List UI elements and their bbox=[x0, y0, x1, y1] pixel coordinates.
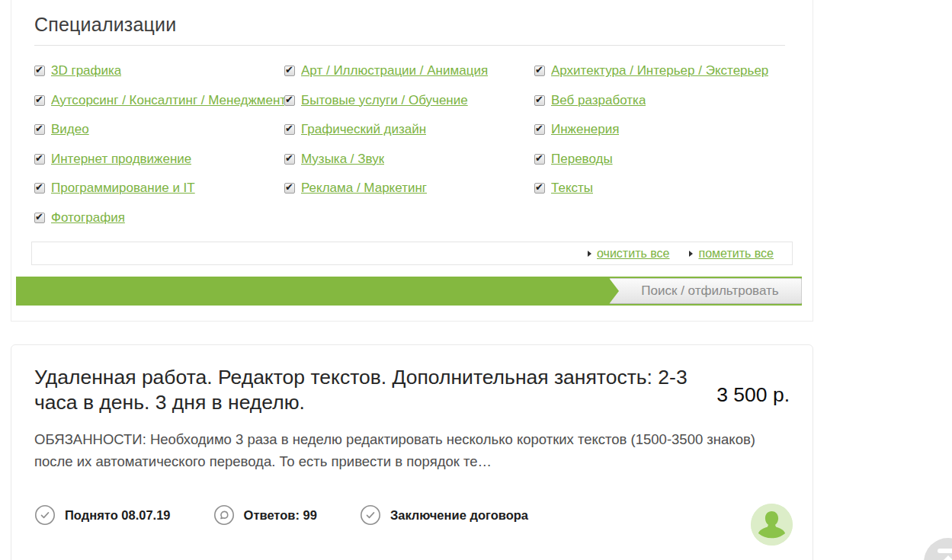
specialization-item[interactable]: Интернет продвижение bbox=[34, 145, 284, 174]
specializations-column-3: Архитектура / Интерьер / Экстерьер Веб р… bbox=[534, 56, 793, 232]
select-all-action[interactable]: пометить все bbox=[689, 247, 774, 261]
specialization-checkbox[interactable] bbox=[534, 183, 545, 194]
job-meta-row: Поднято 08.07.19 Ответов: 99 Заключение … bbox=[34, 504, 790, 526]
specialization-link[interactable]: Инженерия bbox=[551, 122, 619, 137]
specialization-item[interactable]: 3D графика bbox=[34, 56, 284, 86]
triangle-bullet-icon bbox=[689, 251, 693, 257]
specialization-link[interactable]: Архитектура / Интерьер / Экстерьер bbox=[551, 63, 768, 78]
specialization-item[interactable]: Фотография bbox=[34, 203, 284, 233]
specialization-item[interactable]: Переводы bbox=[534, 145, 793, 174]
panel-divider bbox=[34, 45, 785, 46]
specialization-item[interactable]: Музыка / Звук bbox=[284, 145, 534, 174]
specialization-checkbox[interactable] bbox=[34, 213, 45, 223]
specialization-item[interactable]: Программирование и IT bbox=[34, 174, 284, 203]
specialization-checkbox[interactable] bbox=[534, 95, 545, 106]
meta-label: Заключение договора bbox=[390, 508, 528, 523]
comments-icon bbox=[213, 504, 235, 526]
specialization-item[interactable]: Тексты bbox=[534, 174, 793, 203]
specialization-item[interactable]: Веб разработка bbox=[534, 86, 793, 116]
specializations-grid: 3D графика Аутсорсинг / Консалтинг / Мен… bbox=[11, 52, 813, 237]
specialization-link[interactable]: Тексты bbox=[551, 181, 593, 196]
specialization-item[interactable]: Арт / Иллюстрации / Анимация bbox=[284, 56, 534, 86]
check-circle-icon bbox=[360, 504, 381, 526]
specialization-checkbox[interactable] bbox=[284, 183, 295, 194]
meta-label: Поднято 08.07.19 bbox=[65, 508, 171, 523]
specialization-item[interactable]: Графический дизайн bbox=[284, 115, 534, 145]
job-card-header: Удаленная работа. Редактор текстов. Допо… bbox=[34, 365, 790, 415]
specialization-link[interactable]: Интернет продвижение bbox=[51, 152, 191, 167]
specialization-checkbox[interactable] bbox=[534, 154, 545, 165]
specialization-checkbox[interactable] bbox=[34, 66, 45, 76]
specialization-link[interactable]: Фотография bbox=[51, 210, 125, 226]
specialization-item[interactable]: Реклама / Маркетинг bbox=[284, 174, 534, 203]
meta-item-raised: Поднято 08.07.19 bbox=[34, 504, 171, 526]
specialization-link[interactable]: 3D графика bbox=[51, 63, 121, 78]
meta-label: Ответов: 99 bbox=[244, 508, 317, 523]
specialization-link[interactable]: Веб разработка bbox=[551, 93, 646, 108]
job-description: ОБЯЗАННОСТИ: Необходимо 3 раза в неделю … bbox=[34, 428, 790, 472]
specialization-link[interactable]: Бытовые услуги / Обучение bbox=[301, 93, 468, 108]
specialization-link[interactable]: Переводы bbox=[551, 152, 613, 167]
select-all-link[interactable]: пометить все bbox=[698, 247, 774, 261]
specialization-link[interactable]: Арт / Иллюстрации / Анимация bbox=[301, 63, 488, 78]
clear-all-action[interactable]: очистить все bbox=[588, 247, 669, 261]
check-circle-icon bbox=[34, 504, 56, 526]
meta-item-answers: Ответов: 99 bbox=[213, 504, 317, 526]
specialization-checkbox[interactable] bbox=[534, 124, 545, 135]
specialization-link[interactable]: Реклама / Маркетинг bbox=[301, 181, 427, 196]
search-filter-button[interactable]: Поиск / отфильтровать bbox=[609, 278, 802, 304]
clear-all-link[interactable]: очистить все bbox=[597, 247, 669, 261]
list-actions-bar: очистить все пометить все bbox=[31, 242, 793, 265]
specializations-column-1: 3D графика Аутсорсинг / Консалтинг / Мен… bbox=[34, 56, 284, 232]
job-price: 3 500 р. bbox=[716, 383, 790, 415]
user-avatar[interactable] bbox=[751, 504, 793, 546]
specialization-link[interactable]: Программирование и IT bbox=[51, 181, 195, 196]
specialization-checkbox[interactable] bbox=[534, 66, 545, 76]
specialization-checkbox[interactable] bbox=[34, 154, 45, 165]
panel-title: Специализации bbox=[34, 14, 813, 36]
job-card: Удаленная работа. Редактор текстов. Допо… bbox=[11, 344, 813, 560]
specialization-item[interactable]: Аутсорсинг / Консалтинг / Менеджмент bbox=[34, 86, 284, 116]
specialization-checkbox[interactable] bbox=[284, 154, 295, 165]
specialization-checkbox[interactable] bbox=[34, 183, 45, 194]
specialization-checkbox[interactable] bbox=[284, 66, 295, 76]
meta-item-contract: Заключение договора bbox=[360, 504, 528, 526]
scroll-to-top-button[interactable] bbox=[924, 538, 952, 560]
specialization-checkbox[interactable] bbox=[34, 124, 45, 135]
specializations-panel: Специализации 3D графика Аутсорсинг / Ко… bbox=[11, 0, 813, 322]
specialization-checkbox[interactable] bbox=[34, 95, 45, 106]
specialization-item[interactable]: Инженерия bbox=[534, 115, 793, 145]
specialization-link[interactable]: Видео bbox=[51, 122, 89, 137]
triangle-bullet-icon bbox=[588, 251, 591, 257]
specialization-item[interactable]: Видео bbox=[34, 115, 284, 145]
specialization-checkbox[interactable] bbox=[284, 95, 295, 106]
specialization-link[interactable]: Музыка / Звук bbox=[301, 152, 384, 167]
specializations-column-2: Арт / Иллюстрации / Анимация Бытовые усл… bbox=[284, 56, 534, 232]
specialization-checkbox[interactable] bbox=[284, 124, 295, 135]
specialization-item[interactable]: Архитектура / Интерьер / Экстерьер bbox=[534, 56, 793, 86]
filter-submit-bar: Поиск / отфильтровать bbox=[16, 277, 802, 306]
job-title-link[interactable]: Удаленная работа. Редактор текстов. Допо… bbox=[34, 365, 690, 415]
specialization-item[interactable]: Бытовые услуги / Обучение bbox=[284, 86, 534, 116]
specialization-link[interactable]: Графический дизайн bbox=[301, 122, 426, 137]
specialization-link[interactable]: Аутсорсинг / Консалтинг / Менеджмент bbox=[51, 93, 284, 108]
